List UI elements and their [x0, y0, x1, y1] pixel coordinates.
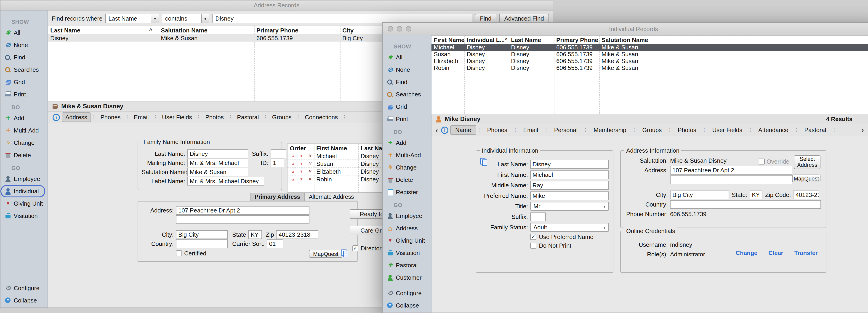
move-down-icon[interactable] — [298, 160, 305, 167]
sidebar-item-searches[interactable]: Searches — [0, 64, 48, 76]
table-row[interactable]: Elizabeth Disney Disney 606.555.1739 Mik… — [432, 58, 868, 64]
sidebar-item-visitation[interactable]: Visitation — [0, 210, 48, 222]
sidebar-item-all[interactable]: All — [382, 51, 431, 64]
tab-phones[interactable]: Phones — [482, 125, 512, 135]
sidebar-item-find[interactable]: Find — [382, 76, 431, 88]
address-line1-input[interactable]: 107 Peachtree Dr Apt 2 — [176, 206, 309, 215]
sidebar-item-print[interactable]: Print — [382, 113, 431, 125]
search-field-select[interactable]: Last Name — [105, 14, 159, 23]
mailing-name-input[interactable]: Mr. & Mrs. Michael — [187, 159, 248, 167]
select-address-button[interactable]: Select Address — [794, 155, 820, 169]
suffix-input[interactable] — [530, 213, 546, 221]
suffix-input[interactable] — [271, 149, 286, 158]
tab-address[interactable]: Address — [62, 113, 91, 122]
clear-link[interactable]: Clear — [768, 249, 783, 256]
last-name-input[interactable]: Disney — [187, 149, 248, 158]
remove-icon[interactable] — [306, 168, 313, 175]
transfer-link[interactable]: Transfer — [794, 249, 818, 256]
tab-phones[interactable]: Phones — [97, 113, 124, 122]
middle-name-input[interactable]: Ray — [530, 181, 609, 190]
column-header-salutation-name[interactable]: Salutation Name — [599, 36, 868, 44]
search-operator-select[interactable]: contains — [162, 14, 210, 23]
change-link[interactable]: Change — [736, 249, 757, 256]
directory-checkbox[interactable] — [352, 245, 358, 251]
country-input[interactable] — [670, 200, 821, 209]
column-header-last-name[interactable]: Last Name — [509, 36, 554, 44]
sidebar-item-customer[interactable]: Customer — [382, 272, 431, 284]
use-preferred-name-checkbox[interactable] — [530, 234, 536, 240]
country-input[interactable] — [176, 240, 228, 248]
address-line2-input[interactable] — [176, 215, 309, 224]
move-down-icon[interactable] — [298, 152, 305, 159]
copy-individual-icon[interactable] — [479, 158, 487, 165]
sidebar-item-print[interactable]: Print — [0, 88, 48, 100]
remove-icon[interactable] — [306, 176, 313, 183]
minimize-button[interactable] — [397, 26, 402, 32]
move-down-icon[interactable] — [298, 176, 305, 183]
last-name-input[interactable]: Disney — [530, 160, 609, 168]
advanced-find-button[interactable]: Advanced Find — [499, 14, 549, 23]
tab-pastoral[interactable]: Pastoral — [800, 125, 831, 135]
zoom-button[interactable] — [406, 26, 411, 32]
tab-attendance[interactable]: Attendance — [753, 125, 794, 135]
move-up-icon[interactable] — [290, 168, 297, 175]
tab-user-fields[interactable]: User Fields — [158, 113, 196, 122]
sidebar-item-pastoral[interactable]: Pastoral — [382, 259, 431, 272]
find-button[interactable]: Find — [475, 14, 497, 23]
certified-checkbox[interactable] — [176, 250, 182, 256]
address-line1-input[interactable]: 107 Peachtree Dr Apt 2 — [670, 166, 792, 175]
sidebar-item-add[interactable]: Add — [382, 137, 431, 149]
move-up-icon[interactable] — [290, 152, 297, 159]
sidebar-item-find[interactable]: Find — [0, 51, 48, 64]
column-header-primary-phone[interactable]: Primary Phone — [554, 36, 599, 44]
remove-icon[interactable] — [306, 160, 313, 167]
sidebar-item-grid[interactable]: Grid — [382, 100, 431, 113]
sidebar-item-add[interactable]: Add — [0, 112, 48, 124]
tab-pastoral[interactable]: Pastoral — [233, 113, 262, 122]
do-not-print-checkbox[interactable] — [530, 243, 536, 249]
move-up-icon[interactable] — [290, 176, 297, 183]
sidebar-item-multi-add[interactable]: Multi-Add — [382, 149, 431, 161]
first-name-input[interactable]: Michael — [530, 170, 609, 179]
sidebar-item-giving-unit[interactable]: Giving Unit — [0, 197, 48, 210]
sidebar-item-grid[interactable]: Grid — [0, 76, 48, 88]
tab-primary-address[interactable]: Primary Address — [250, 193, 305, 201]
tab-photos[interactable]: Photos — [202, 113, 227, 122]
zip-code-input[interactable]: 40123-2318 — [793, 191, 819, 199]
titlebar[interactable]: Address Records — [0, 0, 553, 10]
address-line2-input[interactable] — [670, 176, 792, 184]
info-icon[interactable] — [441, 126, 448, 134]
sidebar-item-change[interactable]: Change — [382, 161, 431, 174]
salutation-name-input[interactable]: Mike & Susan — [187, 168, 248, 176]
sidebar-item-configure[interactable]: Configure — [0, 282, 48, 294]
preferred-name-input[interactable]: Mike — [530, 191, 609, 200]
label-name-input[interactable]: Mr. & Mrs. Michael Disney — [187, 177, 264, 186]
tab-email[interactable]: Email — [518, 125, 543, 135]
tab-alternate-address[interactable]: Alternate Address — [305, 193, 358, 201]
mapquest-button[interactable]: MapQuest — [792, 175, 820, 182]
sidebar-item-register[interactable]: Register — [382, 186, 431, 198]
state-input[interactable]: KY — [248, 230, 262, 239]
tab-email[interactable]: Email — [130, 113, 152, 122]
sidebar-item-employee[interactable]: Employee — [382, 210, 431, 222]
column-header-individual-last-name[interactable]: Individual L...^ — [464, 36, 509, 44]
tabs-scroll-right-icon[interactable] — [860, 126, 865, 133]
remove-icon[interactable] — [306, 152, 313, 159]
tabs-scroll-left-icon[interactable] — [434, 126, 439, 134]
tab-name[interactable]: Name — [450, 125, 476, 135]
column-header-last-name[interactable]: Last Name^ — [48, 26, 159, 34]
tab-user-fields[interactable]: User Fields — [707, 125, 748, 135]
tab-groups[interactable]: Groups — [269, 113, 295, 122]
copy-address-icon[interactable] — [341, 249, 348, 257]
sidebar-item-visitation[interactable]: Visitation — [382, 247, 431, 259]
close-button[interactable] — [388, 26, 393, 32]
city-input[interactable]: Big City — [670, 191, 729, 199]
sidebar-item-none[interactable]: None — [0, 39, 48, 51]
sidebar-item-individual[interactable]: Individual — [0, 185, 45, 197]
sidebar-item-none[interactable]: None — [382, 64, 431, 76]
titlebar[interactable]: Individual Records — [382, 23, 868, 35]
sidebar-item-multi-add[interactable]: Multi-Add — [0, 124, 48, 137]
sidebar-item-employee[interactable]: Employee — [0, 173, 48, 185]
table-row[interactable]: Michael Disney Disney 606.555.1739 Mike … — [432, 44, 868, 51]
sidebar-item-delete[interactable]: Delete — [382, 174, 431, 186]
